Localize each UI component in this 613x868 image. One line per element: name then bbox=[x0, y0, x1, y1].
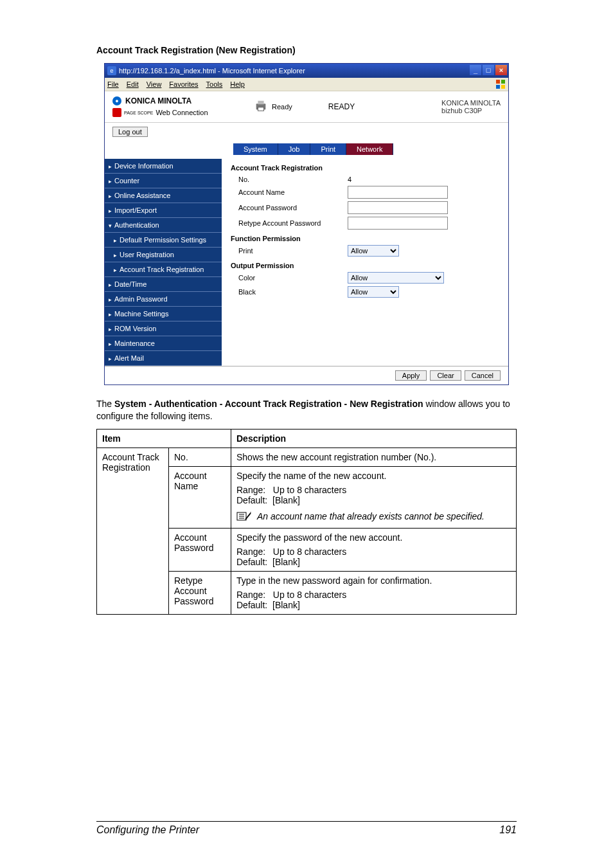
menu-file[interactable]: File bbox=[107, 80, 119, 88]
retype-password-input[interactable] bbox=[348, 217, 448, 230]
retype-password-label: Retype Account Password bbox=[231, 219, 348, 227]
svg-rect-6 bbox=[258, 107, 263, 111]
cell-retype-password: Retype Account Password bbox=[169, 571, 231, 614]
sidebar-item-alert-mail[interactable]: ▸Alert Mail bbox=[105, 351, 222, 366]
description-table: Item Description Account Track Registrat… bbox=[96, 429, 517, 615]
color-select[interactable]: Allow bbox=[348, 272, 444, 284]
window-title: http://192.168.1.2/a_index.html - Micros… bbox=[119, 67, 305, 75]
cancel-button[interactable]: Cancel bbox=[465, 370, 501, 381]
function-permission-label: Function Permission bbox=[231, 235, 499, 242]
svg-rect-1 bbox=[501, 80, 505, 84]
cell-retype-password-desc: Type in the new password again for confi… bbox=[231, 571, 517, 614]
content-panel: Account Track Registration No.4 Account … bbox=[222, 159, 508, 366]
account-name-input[interactable] bbox=[348, 186, 448, 199]
sidebar: ▸Device Information ▸Counter ▸Online Ass… bbox=[105, 159, 222, 366]
sidebar-item-account-track-registration[interactable]: ▸Account Track Registration bbox=[105, 262, 222, 277]
windows-flag-icon bbox=[495, 79, 506, 89]
tab-network[interactable]: Network bbox=[346, 143, 393, 155]
account-password-label: Account Password bbox=[231, 204, 348, 212]
cell-account-name: Account Name bbox=[169, 466, 231, 528]
account-password-input[interactable] bbox=[348, 201, 448, 214]
tab-job[interactable]: Job bbox=[278, 143, 311, 155]
print-select[interactable]: Allow bbox=[348, 245, 399, 257]
sidebar-item-default-permission[interactable]: ▸Default Permission Settings bbox=[105, 233, 222, 248]
cell-account-name-desc: Specify the name of the new account. Ran… bbox=[231, 466, 517, 528]
account-name-label: Account Name bbox=[231, 188, 348, 196]
menu-view[interactable]: View bbox=[147, 80, 162, 88]
th-item: Item bbox=[97, 429, 231, 448]
status-big: READY bbox=[328, 102, 355, 111]
apply-button[interactable]: Apply bbox=[395, 370, 427, 381]
no-value: 4 bbox=[348, 176, 351, 183]
svg-rect-3 bbox=[501, 85, 505, 89]
menu-favorites[interactable]: Favorites bbox=[169, 80, 198, 88]
svg-rect-5 bbox=[258, 101, 263, 105]
ie-icon: e bbox=[107, 66, 116, 75]
menu-edit[interactable]: Edit bbox=[127, 80, 139, 88]
logout-button[interactable]: Log out bbox=[112, 127, 148, 137]
pagescope-icon bbox=[112, 108, 121, 117]
sidebar-item-counter[interactable]: ▸Counter bbox=[105, 174, 222, 188]
th-description: Description bbox=[231, 429, 517, 448]
km-globe-icon: ● bbox=[112, 96, 121, 105]
window-maximize-button[interactable]: □ bbox=[483, 65, 494, 75]
window-minimize-button[interactable]: _ bbox=[470, 65, 481, 75]
output-permission-label: Output Permission bbox=[231, 262, 499, 269]
page-footer: Configuring the Printer 191 bbox=[96, 821, 517, 836]
svg-rect-2 bbox=[496, 85, 500, 89]
cell-account-password-desc: Specify the password of the new account.… bbox=[231, 528, 517, 571]
status-label: Ready bbox=[272, 103, 292, 111]
window-close-button[interactable]: × bbox=[495, 65, 507, 75]
pagescope-text: Web Connection bbox=[155, 109, 208, 116]
cell-no-desc: Shows the new account registration numbe… bbox=[231, 448, 517, 466]
sidebar-item-user-registration[interactable]: ▸User Registration bbox=[105, 248, 222, 262]
note-text: An account name that already exists cann… bbox=[257, 511, 484, 521]
header-bar: ● KONICA MINOLTA PAGE SCOPE Web Connecti… bbox=[105, 91, 508, 123]
panel-title: Account Track Registration bbox=[231, 164, 499, 172]
tab-print[interactable]: Print bbox=[310, 143, 346, 155]
tab-system[interactable]: System bbox=[233, 143, 278, 155]
cell-account-password: Account Password bbox=[169, 528, 231, 571]
color-label: Color bbox=[231, 274, 348, 282]
window-titlebar: e http://192.168.1.2/a_index.html - Micr… bbox=[105, 64, 508, 78]
browser-menubar: File Edit View Favorites Tools Help bbox=[105, 78, 508, 91]
sidebar-item-import-export[interactable]: ▸Import/Export bbox=[105, 203, 222, 218]
sidebar-item-authentication[interactable]: ▾Authentication bbox=[105, 218, 222, 233]
print-label: Print bbox=[231, 247, 348, 255]
sidebar-item-machine-settings[interactable]: ▸Machine Settings bbox=[105, 307, 222, 321]
menu-help[interactable]: Help bbox=[230, 80, 245, 88]
black-label: Black bbox=[231, 288, 348, 296]
device-model: bizhub C30P bbox=[441, 107, 501, 114]
page-number: 191 bbox=[499, 824, 517, 836]
sidebar-item-date-time[interactable]: ▸Date/Time bbox=[105, 277, 222, 292]
printer-icon bbox=[254, 99, 268, 114]
sidebar-item-rom-version[interactable]: ▸ROM Version bbox=[105, 321, 222, 336]
pagescope-prefix: PAGE SCOPE bbox=[124, 111, 153, 115]
cell-account-track-reg: Account Track Registration bbox=[97, 448, 169, 614]
no-label: No. bbox=[231, 176, 348, 183]
footer-title: Configuring the Printer bbox=[96, 824, 199, 836]
note-icon bbox=[236, 511, 252, 524]
tab-bar: System Job Print Network bbox=[105, 143, 508, 159]
browser-window: e http://192.168.1.2/a_index.html - Micr… bbox=[104, 63, 509, 385]
sidebar-item-admin-password[interactable]: ▸Admin Password bbox=[105, 292, 222, 307]
section-heading: Account Track Registration (New Registra… bbox=[96, 45, 517, 55]
clear-button[interactable]: Clear bbox=[430, 370, 461, 381]
pagescope-logo: PAGE SCOPE Web Connection bbox=[112, 108, 228, 117]
sidebar-item-device-information[interactable]: ▸Device Information bbox=[105, 159, 222, 174]
cell-no: No. bbox=[169, 448, 231, 466]
konica-minolta-logo: ● KONICA MINOLTA bbox=[112, 96, 228, 105]
device-brand: KONICA MINOLTA bbox=[441, 99, 501, 107]
black-select[interactable]: Allow bbox=[348, 286, 399, 298]
action-button-row: Apply Clear Cancel bbox=[105, 366, 508, 384]
sidebar-item-online-assistance[interactable]: ▸Online Assistance bbox=[105, 188, 222, 203]
sidebar-item-maintenance[interactable]: ▸Maintenance bbox=[105, 336, 222, 351]
menu-tools[interactable]: Tools bbox=[206, 80, 223, 88]
km-brand-text: KONICA MINOLTA bbox=[125, 96, 191, 105]
description-paragraph: The System - Authentication - Account Tr… bbox=[96, 398, 517, 422]
svg-rect-0 bbox=[496, 80, 500, 84]
